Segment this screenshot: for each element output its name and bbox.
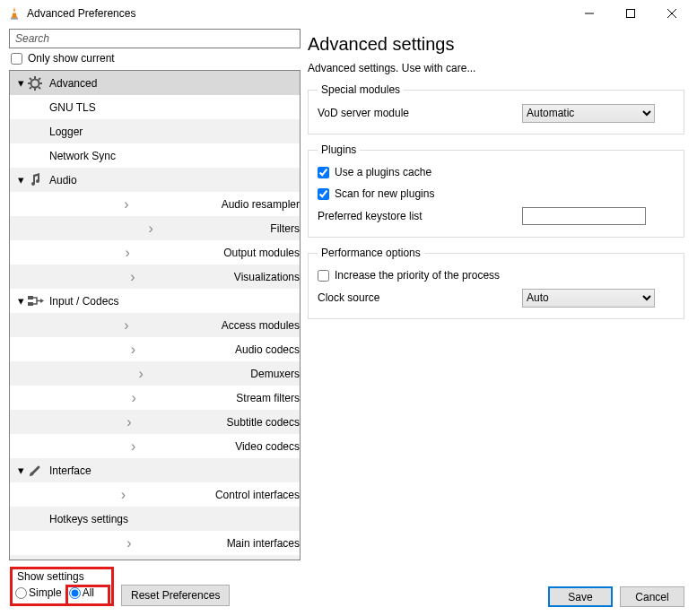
chevron-down-icon[interactable] (13, 295, 28, 307)
group-performance-legend: Performance options (318, 247, 424, 259)
tree-item-audio-codecs[interactable]: Audio codecs (10, 337, 300, 361)
chevron-right-icon[interactable] (33, 488, 213, 502)
vod-server-select[interactable]: Automatic (522, 104, 655, 123)
chevron-right-icon[interactable] (33, 270, 232, 284)
clock-source-select[interactable]: Auto (522, 289, 655, 308)
increase-priority-checkbox[interactable] (318, 270, 329, 282)
tree-label: Demuxers (248, 368, 300, 380)
window-maximize[interactable] (613, 0, 654, 27)
tree-label: Output modules (222, 247, 300, 259)
tree-item-access-modules[interactable]: Access modules (10, 313, 300, 337)
scan-new-plugins-label: Scan for new plugins (335, 187, 434, 200)
chevron-down-icon[interactable] (13, 77, 28, 89)
group-special-modules-legend: Special modules (318, 83, 404, 96)
chevron-down-icon[interactable] (13, 464, 28, 476)
vod-label: VoD server module (318, 107, 515, 119)
use-plugins-cache-checkbox[interactable] (318, 167, 329, 178)
group-performance: Performance options Increase the priorit… (308, 247, 684, 319)
chevron-right-icon[interactable] (33, 391, 234, 405)
page-title: Advanced settings (308, 29, 684, 58)
svg-rect-2 (11, 18, 18, 20)
tree-item-output-modules[interactable]: Output modules (10, 240, 300, 265)
svg-line-13 (39, 87, 40, 89)
tree-label: Access modules (220, 319, 300, 332)
chevron-right-icon[interactable] (33, 439, 233, 454)
window-minimize[interactable] (571, 0, 613, 27)
svg-rect-4 (627, 10, 635, 18)
svg-rect-1 (13, 12, 16, 13)
tree-item-input-codecs[interactable]: Input / Codecs (10, 289, 300, 313)
chevron-down-icon[interactable] (13, 174, 28, 186)
svg-marker-18 (40, 299, 44, 303)
tree-item-logger[interactable]: Logger (10, 119, 300, 143)
window-close[interactable] (654, 0, 695, 27)
only-show-current[interactable]: Only show current (9, 52, 301, 65)
tree-item-visualizations[interactable]: Visualizations (10, 265, 300, 289)
tree-label: Visualizations (232, 271, 300, 283)
increase-priority-label: Increase the priority of the process (335, 269, 500, 282)
tree-item-audio[interactable]: Audio (10, 168, 300, 192)
tree-item-network-sync[interactable]: Network Sync (10, 143, 300, 168)
music-note-icon (28, 173, 48, 187)
tree-item-main-interfaces[interactable]: Main interfaces (10, 531, 300, 555)
category-tree: Advanced GNU TLS Logger Network Sync (9, 70, 301, 560)
tree-label: Interface (48, 464, 91, 477)
svg-line-14 (39, 78, 40, 80)
chevron-right-icon[interactable] (33, 343, 233, 357)
tree-item-interface[interactable]: Interface (10, 458, 300, 482)
chevron-right-icon[interactable] (33, 367, 248, 381)
tree-item-gnutls[interactable]: GNU TLS (10, 95, 300, 119)
chevron-right-icon[interactable] (33, 536, 225, 551)
svg-line-15 (30, 87, 31, 89)
only-show-current-label: Only show current (28, 52, 115, 65)
tree-item-audio-resampler[interactable]: Audio resampler (10, 192, 300, 216)
radio-all-input[interactable] (69, 587, 81, 599)
radio-simple[interactable]: Simple (15, 586, 62, 599)
radio-simple-input[interactable] (15, 587, 27, 599)
svg-line-12 (30, 78, 31, 80)
chevron-right-icon[interactable] (33, 221, 268, 236)
svg-rect-16 (28, 296, 33, 299)
clock-source-label: Clock source (318, 291, 515, 304)
chevron-right-icon[interactable] (33, 197, 220, 212)
brush-icon (28, 464, 48, 478)
tree-label: Network Sync (48, 150, 116, 162)
tree-item-subtitle-codecs[interactable]: Subtitle codecs (10, 410, 300, 434)
tree-item-stream-filters[interactable]: Stream filters (10, 386, 300, 410)
keystore-label: Preferred keystore list (318, 210, 515, 222)
tree-label: Hotkeys settings (48, 513, 128, 525)
radio-all[interactable]: All (69, 586, 94, 599)
tree-item-filters[interactable]: Filters (10, 216, 300, 240)
titlebar: Advanced Preferences (0, 0, 697, 27)
tree-item-hotkeys[interactable]: Hotkeys settings (10, 507, 300, 531)
use-plugins-cache[interactable]: Use a plugins cache (318, 161, 675, 183)
cancel-button[interactable]: Cancel (620, 586, 684, 607)
tree-item-advanced[interactable]: Advanced (10, 71, 300, 95)
show-settings-legend: Show settings (15, 570, 86, 583)
scan-new-plugins[interactable]: Scan for new plugins (318, 183, 675, 204)
page-description: Advanced settings. Use with care... (308, 58, 684, 83)
only-show-current-checkbox[interactable] (11, 53, 22, 65)
increase-priority[interactable]: Increase the priority of the process (318, 265, 675, 286)
radio-simple-label: Simple (29, 586, 62, 599)
save-button[interactable]: Save (548, 586, 613, 607)
tree-label: Advanced (48, 77, 97, 90)
group-plugins-legend: Plugins (318, 143, 360, 156)
tree-label: Audio codecs (233, 343, 300, 356)
chevron-right-icon[interactable] (33, 246, 222, 260)
group-special-modules: Special modules VoD server module Automa… (308, 83, 684, 134)
tree-item-demuxers[interactable]: Demuxers (10, 361, 300, 386)
tree-item-control-interfaces[interactable]: Control interfaces (10, 482, 300, 507)
chevron-right-icon[interactable] (33, 415, 225, 429)
tree-label: Control interfaces (213, 489, 300, 501)
tree-item-video-codecs[interactable]: Video codecs (10, 434, 300, 458)
reset-preferences-button[interactable]: Reset Preferences (121, 585, 230, 606)
input-icon (28, 294, 48, 308)
keystore-input[interactable] (522, 207, 646, 225)
group-plugins: Plugins Use a plugins cache Scan for new… (308, 143, 684, 238)
app-icon (7, 6, 22, 21)
scan-new-plugins-checkbox[interactable] (318, 188, 329, 200)
chevron-right-icon[interactable] (33, 318, 220, 333)
search-input[interactable] (9, 29, 301, 48)
tree-label: GNU TLS (48, 101, 96, 114)
